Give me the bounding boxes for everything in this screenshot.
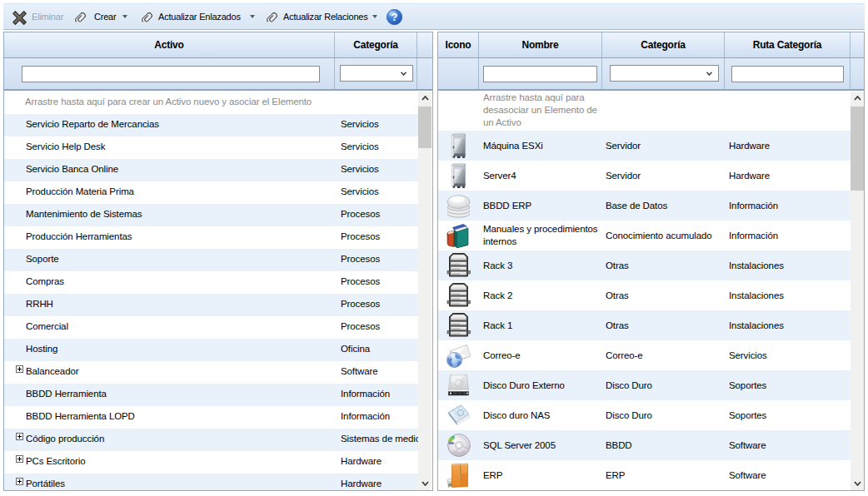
svg-text:?: ? [392, 11, 398, 23]
